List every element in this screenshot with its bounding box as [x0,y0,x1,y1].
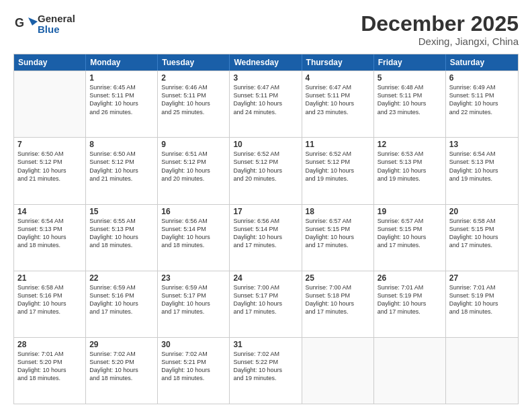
calendar-row: 7Sunrise: 6:50 AMSunset: 5:12 PMDaylight… [14,137,518,203]
day-number: 11 [306,140,370,149]
day-number: 20 [449,207,515,216]
day-info: Sunrise: 6:57 AMSunset: 5:15 PMDaylight:… [378,217,442,250]
day-info: Sunrise: 6:49 AMSunset: 5:11 PMDaylight:… [449,83,515,116]
day-info: Sunrise: 7:01 AMSunset: 5:19 PMDaylight:… [378,283,442,316]
day-info: Sunrise: 6:54 AMSunset: 5:13 PMDaylight:… [449,150,515,183]
day-info: Sunrise: 6:45 AMSunset: 5:11 PMDaylight:… [89,83,154,116]
day-number: 14 [17,207,82,216]
day-number: 24 [233,273,298,283]
day-info: Sunrise: 7:02 AMSunset: 5:21 PMDaylight:… [161,350,226,383]
day-info: Sunrise: 7:02 AMSunset: 5:20 PMDaylight:… [89,350,154,383]
calendar-cell: 7Sunrise: 6:50 AMSunset: 5:12 PMDaylight… [14,138,86,203]
calendar-cell: 23Sunrise: 6:59 AMSunset: 5:17 PMDayligh… [158,271,230,337]
day-number: 27 [449,273,515,283]
logo-line1: General [38,13,75,25]
calendar-cell: 4Sunrise: 6:47 AMSunset: 5:11 PMDaylight… [302,71,374,137]
day-info: Sunrise: 7:01 AMSunset: 5:19 PMDaylight:… [449,283,515,316]
title-block: December 2025 Dexing, Jiangxi, China [361,12,519,47]
day-number: 7 [17,140,82,149]
calendar: SundayMondayTuesdayWednesdayThursdayFrid… [13,54,519,404]
day-info: Sunrise: 6:59 AMSunset: 5:17 PMDaylight:… [161,283,226,316]
calendar-row: 28Sunrise: 7:01 AMSunset: 5:20 PMDayligh… [14,337,518,404]
day-number: 10 [233,140,298,149]
calendar-cell: 14Sunrise: 6:54 AMSunset: 5:13 PMDayligh… [14,205,86,271]
day-number: 5 [378,73,442,83]
day-info: Sunrise: 6:48 AMSunset: 5:11 PMDaylight:… [378,83,442,116]
calendar-cell: 21Sunrise: 6:58 AMSunset: 5:16 PMDayligh… [14,271,86,337]
day-info: Sunrise: 6:50 AMSunset: 5:12 PMDaylight:… [17,150,82,183]
calendar-row: 14Sunrise: 6:54 AMSunset: 5:13 PMDayligh… [14,204,518,271]
day-info: Sunrise: 6:59 AMSunset: 5:16 PMDaylight:… [89,283,154,316]
svg-marker-1 [28,17,38,26]
day-number: 4 [306,73,370,83]
logo: G General Blue [13,12,75,36]
day-number: 22 [89,273,154,283]
day-number: 17 [233,207,298,216]
calendar-cell [374,338,446,404]
day-info: Sunrise: 6:56 AMSunset: 5:14 PMDaylight:… [233,217,298,250]
calendar-title: December 2025 [361,12,519,36]
weekday-header: Sunday [14,54,86,71]
day-info: Sunrise: 6:56 AMSunset: 5:14 PMDaylight:… [161,217,226,250]
calendar-cell: 16Sunrise: 6:56 AMSunset: 5:14 PMDayligh… [158,205,230,271]
day-info: Sunrise: 6:52 AMSunset: 5:12 PMDaylight:… [306,150,370,183]
weekday-header: Saturday [446,54,518,71]
day-info: Sunrise: 6:53 AMSunset: 5:13 PMDaylight:… [378,150,442,183]
day-number: 21 [17,273,82,283]
calendar-row: 21Sunrise: 6:58 AMSunset: 5:16 PMDayligh… [14,271,518,337]
day-number: 26 [378,273,442,283]
day-number: 31 [233,340,298,349]
calendar-cell: 26Sunrise: 7:01 AMSunset: 5:19 PMDayligh… [374,271,446,337]
day-info: Sunrise: 7:00 AMSunset: 5:17 PMDaylight:… [233,283,298,316]
weekday-header: Wednesday [230,54,302,71]
calendar-cell: 24Sunrise: 7:00 AMSunset: 5:17 PMDayligh… [230,271,302,337]
calendar-cell: 17Sunrise: 6:56 AMSunset: 5:14 PMDayligh… [230,205,302,271]
weekday-header: Monday [86,54,158,71]
calendar-cell: 25Sunrise: 7:00 AMSunset: 5:18 PMDayligh… [302,271,374,337]
day-number: 28 [17,340,82,349]
logo-line2: Blue [38,24,75,36]
day-number: 3 [233,73,298,83]
calendar-cell: 9Sunrise: 6:51 AMSunset: 5:12 PMDaylight… [158,138,230,203]
weekday-header: Friday [374,54,446,71]
day-number: 29 [89,340,154,349]
day-info: Sunrise: 6:47 AMSunset: 5:11 PMDaylight:… [233,83,298,116]
weekday-header: Thursday [302,54,374,71]
day-info: Sunrise: 6:51 AMSunset: 5:12 PMDaylight:… [161,150,226,183]
day-info: Sunrise: 6:55 AMSunset: 5:13 PMDaylight:… [89,217,154,250]
calendar-cell: 13Sunrise: 6:54 AMSunset: 5:13 PMDayligh… [446,138,518,203]
day-info: Sunrise: 6:52 AMSunset: 5:12 PMDaylight:… [233,150,298,183]
logo-icon: G [13,12,38,36]
calendar-cell: 3Sunrise: 6:47 AMSunset: 5:11 PMDaylight… [230,71,302,137]
page: G General Blue December 2025 Dexing, Jia… [0,0,532,411]
calendar-cell [446,338,518,404]
calendar-subtitle: Dexing, Jiangxi, China [361,36,519,47]
calendar-cell: 31Sunrise: 7:02 AMSunset: 5:22 PMDayligh… [230,338,302,404]
calendar-cell: 19Sunrise: 6:57 AMSunset: 5:15 PMDayligh… [374,205,446,271]
calendar-cell: 6Sunrise: 6:49 AMSunset: 5:11 PMDaylight… [446,71,518,137]
day-number: 25 [306,273,370,283]
day-info: Sunrise: 6:57 AMSunset: 5:15 PMDaylight:… [306,217,370,250]
day-info: Sunrise: 6:58 AMSunset: 5:15 PMDaylight:… [449,217,515,250]
day-number: 13 [449,140,515,149]
calendar-row: 1Sunrise: 6:45 AMSunset: 5:11 PMDaylight… [14,71,518,137]
day-info: Sunrise: 6:58 AMSunset: 5:16 PMDaylight:… [17,283,82,316]
day-number: 8 [89,140,154,149]
day-number: 23 [161,273,226,283]
calendar-cell [302,338,374,404]
day-number: 1 [89,73,154,83]
calendar-cell: 15Sunrise: 6:55 AMSunset: 5:13 PMDayligh… [86,205,158,271]
day-info: Sunrise: 6:47 AMSunset: 5:11 PMDaylight:… [306,83,370,116]
day-number: 2 [161,73,226,83]
day-number: 9 [161,140,226,149]
calendar-cell: 29Sunrise: 7:02 AMSunset: 5:20 PMDayligh… [86,338,158,404]
calendar-cell: 5Sunrise: 6:48 AMSunset: 5:11 PMDaylight… [374,71,446,137]
calendar-cell: 28Sunrise: 7:01 AMSunset: 5:20 PMDayligh… [14,338,86,404]
day-number: 30 [161,340,226,349]
calendar-cell: 1Sunrise: 6:45 AMSunset: 5:11 PMDaylight… [86,71,158,137]
day-number: 12 [378,140,442,149]
calendar-cell: 8Sunrise: 6:50 AMSunset: 5:12 PMDaylight… [86,138,158,203]
svg-text:G: G [15,16,24,30]
calendar-header: SundayMondayTuesdayWednesdayThursdayFrid… [14,54,518,71]
day-number: 6 [449,73,515,83]
